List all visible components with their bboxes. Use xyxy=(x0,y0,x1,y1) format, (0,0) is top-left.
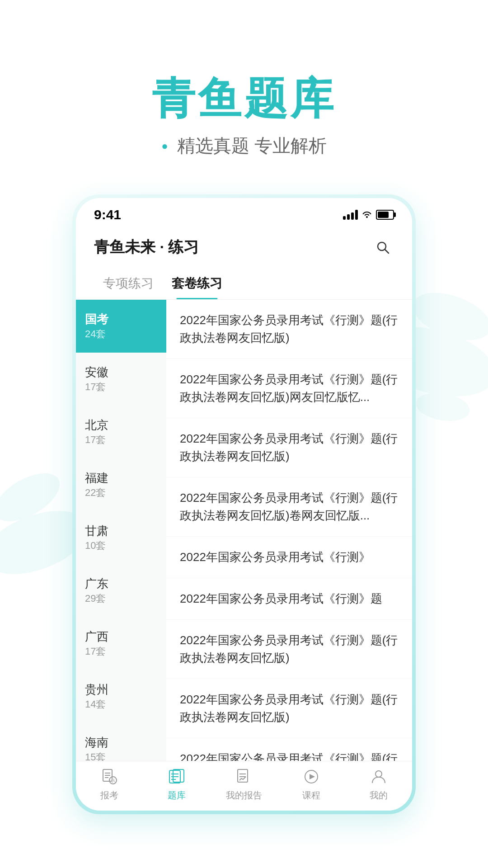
signal-icon xyxy=(343,210,358,220)
search-icon xyxy=(375,239,391,255)
report-icon xyxy=(233,766,255,788)
list-item[interactable]: 2022年国家公务员录用考试《行测》题 xyxy=(166,578,412,620)
svg-rect-18 xyxy=(238,769,248,782)
status-time: 9:41 xyxy=(94,207,121,222)
sidebar-item-guokao[interactable]: 国考 24套 xyxy=(76,300,166,353)
nav-item-mine[interactable]: 我的 xyxy=(345,766,412,802)
tab-special[interactable]: 专项练习 xyxy=(94,268,163,299)
svg-line-6 xyxy=(385,250,389,253)
list-area: 2022年国家公务员录用考试《行测》题(行政执法卷网友回忆版)2022年国家公务… xyxy=(166,300,412,761)
phone-container: 9:41 青鱼未来 · 练习 xyxy=(0,194,488,814)
sidebar-item-anhui[interactable]: 安徽 17套 xyxy=(76,353,166,406)
list-item[interactable]: 2022年国家公务员录用考试《行测》题(行政执法卷网友回忆版) xyxy=(166,679,412,738)
header-title: 青鱼未来 · 练习 xyxy=(94,237,199,258)
tiku-icon xyxy=(166,766,188,788)
app-title: 青鱼题库 xyxy=(0,72,488,124)
nav-item-tiku[interactable]: 题库 xyxy=(143,766,211,802)
sidebar-item-hainan[interactable]: 海南 15套 xyxy=(76,723,166,761)
list-item[interactable]: 2022年国家公务员录用考试《行测》 xyxy=(166,537,412,578)
top-section: 青鱼题库 精选真题 专业解析 xyxy=(0,0,488,185)
svg-rect-17 xyxy=(173,769,184,782)
svg-marker-22 xyxy=(310,774,315,779)
tab-sets[interactable]: 套卷练习 xyxy=(163,268,231,299)
list-item[interactable]: 2022年国家公务员录用考试《行测》题(行政执法卷网友回忆版) xyxy=(166,418,412,477)
search-button[interactable] xyxy=(371,236,394,259)
tab-bar: 专项练习 套卷练习 xyxy=(76,268,412,300)
baokao-icon: 人 xyxy=(99,766,120,788)
sidebar-item-beijing[interactable]: 北京 17套 xyxy=(76,406,166,458)
nav-item-course[interactable]: 课程 xyxy=(277,766,345,802)
mine-icon xyxy=(368,766,389,788)
sidebar-item-guizhou[interactable]: 贵州 14套 xyxy=(76,670,166,723)
app-header: 青鱼未来 · 练习 xyxy=(76,227,412,268)
sidebar-item-fujian[interactable]: 福建 22套 xyxy=(76,458,166,511)
list-item[interactable]: 2022年国家公务员录用考试《行测》题(行政执法卷网友回忆版) xyxy=(166,620,412,679)
svg-text:人: 人 xyxy=(112,778,116,783)
status-icons xyxy=(343,209,394,221)
course-icon xyxy=(300,766,322,788)
battery-icon xyxy=(376,210,394,220)
status-bar: 9:41 xyxy=(76,198,412,227)
svg-point-23 xyxy=(375,771,382,777)
sidebar-item-guangdong[interactable]: 广东 29套 xyxy=(76,564,166,617)
phone-inner: 9:41 青鱼未来 · 练习 xyxy=(76,198,412,811)
list-item[interactable]: 2022年国家公务员录用考试《行测》题(行政执法卷网友回忆版)网友回忆版忆... xyxy=(166,359,412,418)
app-subtitle: 精选真题 专业解析 xyxy=(0,133,488,158)
wifi-icon xyxy=(361,209,372,221)
sidebar-item-guangxi[interactable]: 广西 17套 xyxy=(76,617,166,670)
sidebar-item-gansu[interactable]: 甘肃 10套 xyxy=(76,511,166,564)
list-item[interactable]: 2022年国家公务员录用考试《行测》题(行政执法卷网友回忆版)卷网友回忆版... xyxy=(166,477,412,537)
nav-item-baokao[interactable]: 人 报考 xyxy=(76,766,143,802)
list-item[interactable]: 2022年国家公务员录用考试《行测》题(行政执法卷网友回忆版) xyxy=(166,300,412,359)
bottom-nav: 人 报考 题库 我的报告 课程 我的 xyxy=(76,761,412,811)
sidebar: 国考 24套 安徽 17套 北京 17套 福建 22套 甘肃 10套 广东 29… xyxy=(76,300,166,761)
nav-item-report[interactable]: 我的报告 xyxy=(211,766,278,802)
list-item[interactable]: 2022年国家公务员录用考试《行测》题(行政执法卷网友回忆版) xyxy=(166,738,412,761)
content-area: 国考 24套 安徽 17套 北京 17套 福建 22套 甘肃 10套 广东 29… xyxy=(76,300,412,761)
phone-mockup: 9:41 青鱼未来 · 练习 xyxy=(72,194,416,814)
